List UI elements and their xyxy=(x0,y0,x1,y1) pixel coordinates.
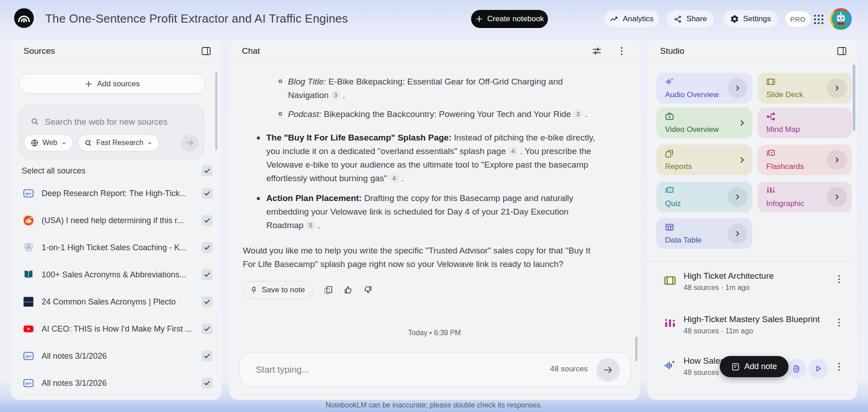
notebooklm-logo-icon[interactable] xyxy=(14,8,34,28)
more-vertical-icon[interactable] xyxy=(616,46,627,56)
pin-icon xyxy=(250,286,258,295)
citation-chip[interactable]: 4 xyxy=(508,146,518,156)
gear-icon xyxy=(730,14,739,23)
svg-text:PLECTO: PLECTO xyxy=(24,301,33,303)
source-checkbox[interactable] xyxy=(202,351,212,361)
add-note-button[interactable]: Add note xyxy=(720,356,788,377)
tile-mind-map[interactable]: Mind Map xyxy=(758,108,852,138)
collapse-panel-icon[interactable] xyxy=(201,46,212,56)
source-checkbox[interactable] xyxy=(202,378,212,389)
source-row[interactable]: m+ All notes 3/1/2026 xyxy=(11,342,222,370)
settings-button[interactable]: Settings xyxy=(723,10,778,28)
source-row[interactable]: 1-on-1 High Ticket Sales Coaching - K... xyxy=(11,234,222,261)
item-menu-icon[interactable] xyxy=(834,361,844,372)
notebook-title[interactable]: The One-Sentence Profit Extractor and AI… xyxy=(45,12,348,26)
chat-message: Blog Title: E-Bike Bikepacking: Essentia… xyxy=(243,75,601,299)
chat-text-input[interactable] xyxy=(256,352,527,387)
chevron-right-icon[interactable] xyxy=(737,118,747,128)
notes-doc-icon: m+ xyxy=(23,377,34,389)
search-submit-button[interactable] xyxy=(181,134,198,151)
tile-reports[interactable]: Reports xyxy=(656,145,752,175)
send-message-button[interactable] xyxy=(596,358,620,382)
tile-slide-deck[interactable]: Slide Deck xyxy=(758,73,852,103)
research-mode-dropdown[interactable]: Fast Research xyxy=(78,134,159,151)
tile-quiz[interactable]: ? Quiz xyxy=(656,182,752,212)
item-menu-icon[interactable] xyxy=(834,274,844,285)
select-all-checkbox[interactable] xyxy=(202,165,212,176)
citation-chip[interactable]: 3 xyxy=(331,90,340,100)
sources-scrollbar[interactable] xyxy=(215,72,217,150)
notes-doc-icon: m+ xyxy=(23,350,34,362)
share-button[interactable]: Share xyxy=(666,10,714,28)
studio-header: Studio xyxy=(647,40,857,62)
interactive-mode-button[interactable] xyxy=(787,359,807,379)
tile-data-table[interactable]: Data Table xyxy=(656,218,752,249)
studio-item[interactable]: High-Ticket Mastery Sales Blueprint 48 s… xyxy=(647,312,857,352)
source-row[interactable]: m+ All notes 3/1/2026 xyxy=(11,370,222,397)
source-checkbox[interactable] xyxy=(202,323,212,334)
source-checkbox[interactable] xyxy=(202,188,212,199)
source-row[interactable]: m+ Deep Research Report: The High-Tick..… xyxy=(11,180,222,207)
search-input[interactable]: Search the web for new sources xyxy=(45,117,167,127)
chevron-right-icon[interactable] xyxy=(727,224,747,243)
save-to-note-button[interactable]: Save to note xyxy=(243,281,313,299)
tile-video-overview[interactable]: Video Overview xyxy=(656,108,752,138)
sub-bullet-text: Blog Title: E-Bike Bikepacking: Essentia… xyxy=(288,75,601,102)
thumbs-up-icon[interactable] xyxy=(343,285,353,295)
tune-settings-icon[interactable] xyxy=(591,46,602,56)
search-icon xyxy=(30,117,39,126)
tile-audio-overview[interactable]: Audio Overview xyxy=(656,73,752,103)
chevron-right-icon[interactable] xyxy=(827,78,847,98)
web-search-box[interactable]: Search the web for new sources Web Fast … xyxy=(19,105,204,159)
chevron-down-icon xyxy=(61,140,67,146)
infographic-icon xyxy=(766,186,776,196)
svg-text:m+: m+ xyxy=(25,381,32,386)
source-row[interactable]: (USA) I need help determining if this r.… xyxy=(11,207,222,234)
book-icon xyxy=(23,269,34,281)
bullet-ring-marker xyxy=(278,112,282,116)
bullet-text: The "Buy It For Life Basecamp" Splash Pa… xyxy=(266,131,601,185)
youtube-icon xyxy=(23,323,34,335)
web-source-dropdown[interactable]: Web xyxy=(24,134,73,151)
citation-chip[interactable]: 4 xyxy=(389,173,399,183)
chat-closing-question: Would you like me to help you write the … xyxy=(243,244,601,271)
source-checkbox[interactable] xyxy=(202,215,212,226)
chevron-right-icon[interactable] xyxy=(727,187,747,207)
google-apps-grid-icon[interactable] xyxy=(812,13,825,26)
chat-header: Chat xyxy=(229,40,640,62)
tile-flashcards[interactable]: Flashcards xyxy=(758,145,852,175)
audio-waveform-icon xyxy=(663,359,677,372)
play-audio-button[interactable] xyxy=(808,359,828,379)
source-checkbox[interactable] xyxy=(202,269,212,280)
chat-input-box: 48 sources xyxy=(239,352,631,387)
source-row[interactable]: AI CEO: THIS is How I'd Make My First ..… xyxy=(11,315,222,342)
source-row[interactable]: PLECTO 24 Common Sales Acronyms | Plecto xyxy=(11,288,222,315)
source-checkbox[interactable] xyxy=(202,242,212,253)
data-table-icon xyxy=(665,222,675,232)
citation-chip[interactable]: 5 xyxy=(306,220,315,230)
bullet-text: Action Plan Placement: Drafting the copy… xyxy=(266,192,601,232)
source-checkbox[interactable] xyxy=(202,296,212,307)
sources-list: m+ Deep Research Report: The High-Tick..… xyxy=(11,180,222,397)
source-row[interactable]: 100+ Sales Acronyms & Abbreviations... xyxy=(11,261,222,288)
chevron-right-icon[interactable] xyxy=(827,150,847,170)
studio-divider xyxy=(647,261,854,262)
copy-icon[interactable] xyxy=(323,285,333,295)
thumbs-down-icon[interactable] xyxy=(363,285,373,295)
create-notebook-button[interactable]: Create notebook xyxy=(471,10,548,28)
collapse-panel-icon[interactable] xyxy=(836,46,847,56)
citation-chip[interactable]: 3 xyxy=(573,109,583,119)
analytics-button[interactable]: Analytics xyxy=(604,10,659,28)
chevron-down-icon xyxy=(147,140,153,146)
tile-infographic[interactable]: Infographic xyxy=(758,182,852,212)
chat-scrollbar[interactable] xyxy=(635,337,637,361)
studio-item[interactable]: High Ticket Architecture 48 sources · 1m… xyxy=(647,268,857,309)
item-menu-icon[interactable] xyxy=(834,317,844,328)
avatar-robot-image xyxy=(832,10,850,28)
chevron-right-icon[interactable] xyxy=(727,78,747,98)
add-sources-button[interactable]: Add sources xyxy=(19,74,205,94)
chevron-right-icon[interactable] xyxy=(737,155,747,165)
chevron-right-icon[interactable] xyxy=(827,187,847,207)
user-avatar[interactable] xyxy=(830,8,852,30)
studio-scrollbar[interactable] xyxy=(853,65,855,131)
